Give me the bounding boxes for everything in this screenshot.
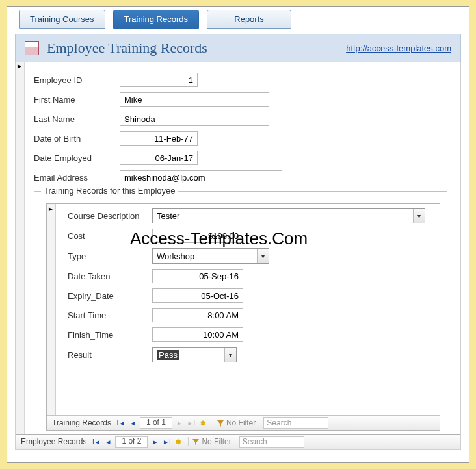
main-filter-box[interactable]: No Filter [188, 437, 235, 446]
tab-training-records[interactable]: Training Records [113, 10, 200, 29]
training-subform-frame: Training Records for this Employee Cours… [34, 191, 447, 438]
label-type: Type [68, 251, 152, 261]
last-name-field[interactable] [120, 112, 269, 126]
result-value: Pass [153, 350, 224, 360]
type-select[interactable]: Workshop ▾ [152, 248, 269, 264]
main-record-navbar: Employee Records I◄ ◄ 1 of 2 ► ►I ✱ No F… [16, 434, 460, 449]
nav-new-record-button[interactable]: ✱ [172, 436, 184, 448]
employee-id-field[interactable] [120, 73, 198, 87]
label-last-name: Last Name [34, 114, 120, 124]
chevron-down-icon: ▾ [224, 348, 236, 362]
nav-prev-button[interactable]: ◄ [127, 417, 139, 429]
label-employee-id: Employee ID [34, 75, 120, 85]
finish-time-field[interactable] [152, 327, 243, 342]
dob-field[interactable] [120, 131, 198, 146]
main-nav-position[interactable]: 1 of 2 [115, 436, 148, 448]
date-employed-field[interactable] [120, 151, 198, 165]
subform-legend: Training Records for this Employee [41, 186, 178, 196]
type-value: Workshop [153, 251, 257, 261]
nav-first-button[interactable]: I◄ [90, 436, 102, 448]
label-date-taken: Date Taken [68, 272, 152, 281]
cost-field[interactable] [152, 229, 243, 243]
nav-next-button[interactable]: ► [149, 436, 161, 448]
result-select[interactable]: Pass ▾ [152, 347, 237, 362]
sub-filter-box[interactable]: No Filter [213, 418, 259, 427]
chevron-down-icon: ▾ [257, 249, 269, 263]
label-date-employed: Date Employed [34, 153, 120, 163]
nav-last-button[interactable]: ►I [161, 436, 172, 448]
label-finish-time: Finish_Time [68, 330, 152, 340]
email-field[interactable] [120, 170, 282, 184]
no-filter-text: No Filter [226, 418, 256, 427]
nav-last-button[interactable]: ►I [185, 417, 197, 429]
main-search-box[interactable]: Search [239, 436, 304, 448]
page-title: Employee Training Records [47, 40, 346, 57]
start-time-field[interactable] [152, 308, 243, 322]
first-name-field[interactable] [120, 92, 269, 107]
header-link[interactable]: http://access-templates.com [346, 44, 451, 53]
expiry-date-field[interactable] [152, 288, 243, 303]
training-subform: Course Description Tester ▾ Cost Type [46, 203, 440, 431]
sub-record-selector[interactable] [47, 204, 56, 415]
filter-icon [192, 438, 199, 445]
tab-row: Training Courses Training Records Report… [7, 7, 469, 29]
tab-reports[interactable]: Reports [207, 10, 291, 29]
label-cost: Cost [68, 231, 152, 241]
sub-nav-position[interactable]: 1 of 1 [140, 417, 172, 429]
nav-new-record-button[interactable]: ✱ [197, 417, 209, 429]
filter-icon [217, 420, 224, 426]
label-email: Email Address [34, 173, 120, 183]
nav-next-button[interactable]: ► [174, 417, 185, 429]
label-start-time: Start Time [68, 311, 152, 320]
label-course: Course Description [68, 211, 152, 221]
course-value: Tester [153, 211, 413, 221]
nav-prev-button[interactable]: ◄ [102, 436, 114, 448]
record-selector[interactable] [16, 62, 25, 449]
form-header: Employee Training Records http://access-… [15, 34, 461, 62]
label-result: Result [68, 350, 152, 360]
form-icon [25, 41, 39, 55]
sub-nav-label: Training Records [47, 418, 115, 427]
no-filter-text: No Filter [202, 437, 231, 446]
label-dob: Date of Birth [34, 134, 120, 144]
date-taken-field[interactable] [152, 269, 243, 283]
form-body: Employee ID First Name Last Name Date of… [15, 62, 461, 450]
main-nav-label: Employee Records [16, 437, 90, 446]
label-first-name: First Name [34, 95, 120, 105]
sub-search-box[interactable]: Search [263, 417, 328, 429]
label-expiry: Expiry_Date [68, 291, 152, 301]
tab-training-courses[interactable]: Training Courses [19, 10, 105, 29]
course-select[interactable]: Tester ▾ [152, 208, 425, 223]
chevron-down-icon: ▾ [413, 209, 425, 223]
nav-first-button[interactable]: I◄ [115, 417, 127, 429]
sub-record-navbar: Training Records I◄ ◄ 1 of 1 ► ►I ✱ No F… [47, 415, 440, 430]
